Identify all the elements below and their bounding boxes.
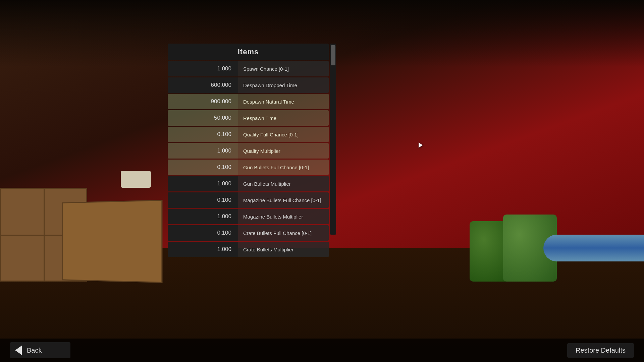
scrollbar[interactable] (330, 44, 336, 235)
bottom-bar: Back Restore Defaults (0, 339, 644, 362)
setting-label: Crate Bullets Full Chance [0-1] (238, 225, 329, 241)
setting-row[interactable]: 0.100Gun Bullets Full Chance [0-1] (168, 160, 329, 175)
panel-title: Items (168, 44, 329, 60)
setting-label: Despawn Dropped Time (238, 77, 329, 93)
setting-value[interactable]: 0.100 (168, 192, 238, 208)
setting-label: Magazine Bullets Full Chance [0-1] (238, 192, 329, 208)
setting-label: Quality Multiplier (238, 143, 329, 159)
restore-label: Restore Defaults (576, 347, 626, 354)
diagonal-crate (62, 200, 162, 283)
back-label: Back (27, 347, 42, 354)
setting-value[interactable]: 1.000 (168, 61, 238, 76)
setting-value[interactable]: 900.000 (168, 94, 238, 109)
setting-value[interactable]: 1.000 (168, 143, 238, 159)
setting-label: Gun Bullets Full Chance [0-1] (238, 160, 329, 175)
settings-panel: Items 1.000Spawn Chance [0-1]600.000Desp… (168, 44, 329, 257)
setting-row[interactable]: 1.000Magazine Bullets Multiplier (168, 209, 329, 224)
setting-row[interactable]: 900.000Despawn Natural Time (168, 94, 329, 109)
setting-value[interactable]: 1.000 (168, 209, 238, 224)
setting-label: Magazine Bullets Multiplier (238, 209, 329, 224)
setting-row[interactable]: 1.000Crate Bullets Multiplier (168, 242, 329, 257)
setting-row[interactable]: 600.000Despawn Dropped Time (168, 77, 329, 93)
small-box (121, 171, 151, 188)
setting-value[interactable]: 0.100 (168, 127, 238, 142)
setting-label: Despawn Natural Time (238, 94, 329, 109)
scrollbar-thumb[interactable] (331, 45, 335, 65)
setting-row[interactable]: 1.000Spawn Chance [0-1] (168, 61, 329, 76)
setting-label: Spawn Chance [0-1] (238, 61, 329, 76)
setting-value[interactable]: 1.000 (168, 176, 238, 191)
setting-row[interactable]: 1.000Gun Bullets Multiplier (168, 176, 329, 191)
setting-row[interactable]: 1.000Quality Multiplier (168, 143, 329, 159)
restore-defaults-button[interactable]: Restore Defaults (567, 343, 634, 358)
setting-label: Crate Bullets Multiplier (238, 242, 329, 257)
mouse-cursor (419, 142, 423, 148)
setting-value[interactable]: 0.100 (168, 160, 238, 175)
setting-row[interactable]: 0.100Crate Bullets Full Chance [0-1] (168, 225, 329, 241)
setting-label: Quality Full Chance [0-1] (238, 127, 329, 142)
setting-row[interactable]: 50.000Respawn Time (168, 110, 329, 126)
setting-row[interactable]: 0.100Quality Full Chance [0-1] (168, 127, 329, 142)
settings-list: 1.000Spawn Chance [0-1]600.000Despawn Dr… (168, 61, 329, 257)
setting-value[interactable]: 0.100 (168, 225, 238, 241)
blue-pipe (543, 235, 644, 261)
back-button[interactable]: Back (10, 342, 70, 358)
setting-value[interactable]: 600.000 (168, 77, 238, 93)
setting-label: Gun Bullets Multiplier (238, 176, 329, 191)
setting-label: Respawn Time (238, 110, 329, 126)
setting-value[interactable]: 50.000 (168, 110, 238, 126)
setting-row[interactable]: 0.100Magazine Bullets Full Chance [0-1] (168, 192, 329, 208)
back-arrow-icon (15, 346, 22, 355)
setting-value[interactable]: 1.000 (168, 242, 238, 257)
